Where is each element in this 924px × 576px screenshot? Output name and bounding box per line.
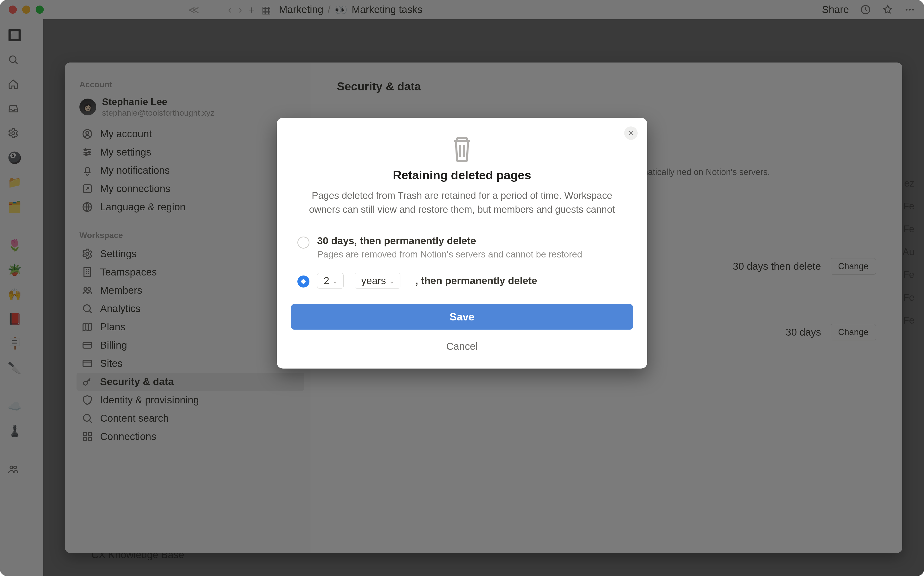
close-icon: ✕ xyxy=(627,128,634,138)
cancel-button[interactable]: Cancel xyxy=(291,336,633,357)
retention-number-select[interactable]: 2 ⌄ xyxy=(317,273,343,289)
option-subtitle: Pages are removed from Notion's servers … xyxy=(317,248,627,261)
radio-unselected[interactable] xyxy=(297,237,310,249)
option-title: 30 days, then permanently delete xyxy=(317,235,627,246)
option-suffix: , then permanently delete xyxy=(415,275,537,286)
chevron-down-icon: ⌄ xyxy=(332,277,338,285)
retention-unit-select[interactable]: years ⌄ xyxy=(355,273,400,289)
modal-title: Retaining deleted pages xyxy=(291,168,633,182)
app-frame: ≪ ‹ › ＋ ▦ Marketing / 👀 Marketing tasks … xyxy=(0,0,924,576)
retention-modal: ✕ Retaining deleted pages Pages deleted … xyxy=(277,118,647,368)
modal-header: Retaining deleted pages Pages deleted fr… xyxy=(291,134,633,216)
retention-unit-value: years xyxy=(361,275,386,286)
save-button[interactable]: Save xyxy=(291,304,633,330)
radio-selected[interactable] xyxy=(297,275,310,288)
close-button[interactable]: ✕ xyxy=(624,126,638,140)
retention-option-custom[interactable]: 2 ⌄ years ⌄ , then permanently delete xyxy=(291,272,633,304)
modal-backdrop[interactable]: ✕ Retaining deleted pages Pages deleted … xyxy=(0,0,924,576)
retention-number-value: 2 xyxy=(324,275,329,286)
trash-icon xyxy=(450,134,474,163)
chevron-down-icon: ⌄ xyxy=(389,277,395,285)
retention-option-30days[interactable]: 30 days, then permanently delete Pages a… xyxy=(291,234,633,272)
modal-description: Pages deleted from Trash are retained fo… xyxy=(302,189,622,216)
